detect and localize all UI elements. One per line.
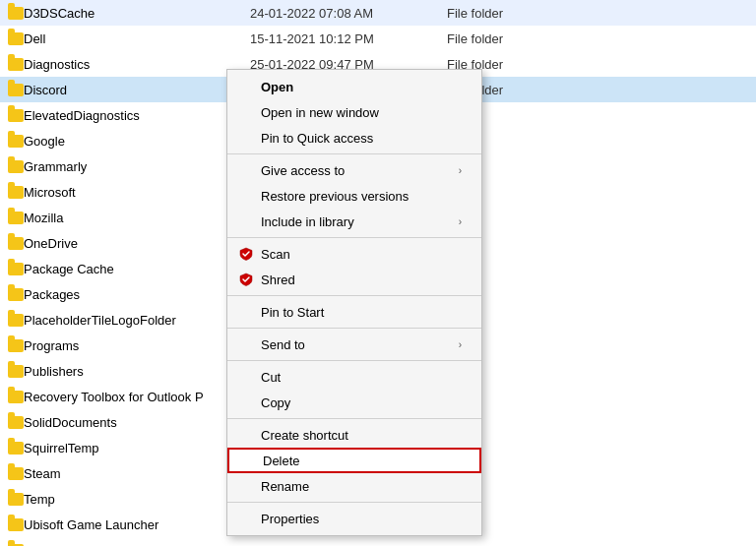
menu-item-label: Properties bbox=[261, 512, 462, 526]
file-name: Package Cache bbox=[24, 262, 250, 276]
menu-item-label: Create shortcut bbox=[261, 428, 462, 443]
menu-item-copy[interactable]: Copy bbox=[227, 390, 481, 415]
folder-icon bbox=[8, 314, 24, 327]
folder-icon bbox=[8, 212, 24, 224]
menu-separator bbox=[227, 153, 481, 154]
menu-item-shred[interactable]: Shred bbox=[227, 267, 481, 292]
table-row[interactable]: Dell15-11-2021 10:12 PMFile folder bbox=[0, 26, 756, 51]
menu-separator bbox=[227, 295, 481, 296]
file-name: Publishers bbox=[24, 364, 250, 379]
menu-separator bbox=[227, 360, 481, 361]
menu-separator bbox=[227, 418, 481, 419]
menu-item-cut[interactable]: Cut bbox=[227, 364, 481, 390]
file-name: Recovery Toolbox for Outlook P bbox=[24, 390, 250, 404]
folder-icon bbox=[8, 442, 24, 455]
submenu-arrow-icon: › bbox=[459, 339, 462, 350]
folder-icon bbox=[8, 518, 24, 531]
menu-item-label: Include in library bbox=[261, 214, 459, 229]
file-name: Packages bbox=[24, 287, 250, 302]
menu-separator bbox=[227, 502, 481, 503]
file-date: 15-11-2021 10:12 PM bbox=[250, 31, 447, 46]
file-name: PlaceholderTileLogoFolder bbox=[24, 313, 250, 328]
menu-item-label: Pin to Start bbox=[261, 305, 462, 320]
folder-icon bbox=[8, 237, 24, 250]
submenu-arrow-icon: › bbox=[459, 216, 462, 227]
menu-item-include-library[interactable]: Include in library› bbox=[227, 209, 481, 234]
menu-item-pin-start[interactable]: Pin to Start bbox=[227, 299, 481, 325]
menu-item-label: Give access to bbox=[261, 163, 459, 178]
menu-item-label: Cut bbox=[261, 370, 462, 385]
folder-icon bbox=[8, 493, 24, 506]
file-name: D3DSCache bbox=[24, 6, 250, 21]
folder-icon bbox=[8, 7, 24, 20]
menu-item-label: Open bbox=[261, 80, 462, 94]
menu-separator bbox=[227, 237, 481, 238]
folder-icon bbox=[8, 339, 24, 352]
folder-icon bbox=[8, 467, 24, 480]
folder-icon bbox=[8, 263, 24, 275]
file-name: Google bbox=[24, 134, 250, 149]
file-name: Ubisoft Game Launcher bbox=[24, 517, 250, 532]
menu-item-pin-quick-access[interactable]: Pin to Quick access bbox=[227, 125, 481, 151]
menu-item-send-to[interactable]: Send to› bbox=[227, 332, 481, 357]
file-type: File folder bbox=[447, 83, 748, 97]
menu-item-rename[interactable]: Rename bbox=[227, 473, 481, 499]
menu-item-label: Shred bbox=[261, 273, 462, 287]
folder-icon bbox=[8, 391, 24, 403]
file-name: Microsoft bbox=[24, 185, 250, 200]
folder-icon bbox=[8, 160, 24, 173]
file-name: VirtualStore bbox=[24, 543, 250, 547]
file-name: Discord bbox=[24, 83, 250, 97]
shield-icon bbox=[239, 273, 253, 286]
folder-icon bbox=[8, 84, 24, 96]
menu-item-label: Pin to Quick access bbox=[261, 131, 462, 146]
file-type: File folder bbox=[447, 6, 748, 21]
menu-item-open-new-window[interactable]: Open in new window bbox=[227, 99, 481, 125]
file-name: Steam bbox=[24, 466, 250, 481]
file-name: ElevatedDiagnostics bbox=[24, 108, 250, 123]
file-name: Mozilla bbox=[24, 211, 250, 225]
menu-item-label: Scan bbox=[261, 247, 462, 262]
folder-icon bbox=[8, 135, 24, 148]
menu-item-open[interactable]: Open bbox=[227, 74, 481, 99]
menu-item-label: Rename bbox=[261, 479, 462, 494]
folder-icon bbox=[8, 58, 24, 71]
folder-icon bbox=[8, 416, 24, 429]
file-name: OneDrive bbox=[24, 236, 250, 251]
menu-item-label: Open in new window bbox=[261, 105, 462, 120]
menu-item-give-access[interactable]: Give access to› bbox=[227, 157, 481, 183]
shield-icon bbox=[239, 247, 253, 261]
folder-icon bbox=[8, 365, 24, 378]
file-name: Programs bbox=[24, 338, 250, 353]
file-type: File folder bbox=[447, 31, 748, 46]
menu-item-label: Send to bbox=[261, 337, 459, 352]
menu-item-label: Copy bbox=[261, 395, 462, 410]
folder-icon bbox=[8, 186, 24, 199]
menu-item-create-shortcut[interactable]: Create shortcut bbox=[227, 422, 481, 448]
menu-item-delete[interactable]: Delete bbox=[227, 448, 481, 473]
file-name: Diagnostics bbox=[24, 57, 250, 72]
file-date: 24-01-2022 07:08 AM bbox=[250, 6, 447, 21]
file-name: SolidDocuments bbox=[24, 415, 250, 430]
menu-item-label: Delete bbox=[263, 454, 460, 468]
file-name: Temp bbox=[24, 492, 250, 507]
menu-item-scan[interactable]: Scan bbox=[227, 241, 481, 267]
file-name: Grammarly bbox=[24, 159, 250, 174]
file-name: SquirrelTemp bbox=[24, 441, 250, 455]
menu-item-properties[interactable]: Properties bbox=[227, 506, 481, 531]
submenu-arrow-icon: › bbox=[459, 165, 462, 176]
context-menu: OpenOpen in new windowPin to Quick acces… bbox=[226, 69, 482, 536]
file-type: File folder bbox=[447, 57, 748, 72]
folder-icon bbox=[8, 109, 24, 122]
file-name: Dell bbox=[24, 31, 250, 46]
menu-separator bbox=[227, 328, 481, 329]
folder-icon bbox=[8, 32, 24, 45]
menu-item-label: Restore previous versions bbox=[261, 189, 462, 204]
table-row[interactable]: D3DSCache24-01-2022 07:08 AMFile folder bbox=[0, 0, 756, 26]
folder-icon bbox=[8, 288, 24, 301]
table-row[interactable]: VirtualStore bbox=[0, 537, 756, 546]
menu-item-restore-versions[interactable]: Restore previous versions bbox=[227, 183, 481, 209]
